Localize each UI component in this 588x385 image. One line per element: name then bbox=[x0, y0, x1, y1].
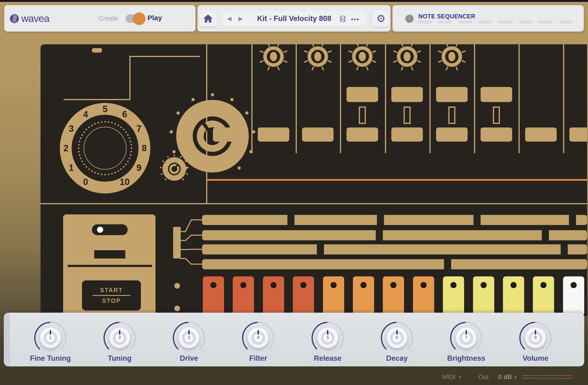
pad-dot bbox=[420, 282, 427, 288]
macro-knob-label: Brightness bbox=[443, 354, 490, 363]
dial-number: 4 bbox=[79, 109, 93, 119]
instrument-label-row bbox=[202, 215, 587, 225]
row-gap bbox=[287, 214, 294, 225]
level-knob-1[interactable] bbox=[258, 44, 289, 72]
level-knob-5[interactable] bbox=[437, 44, 467, 72]
level-knob-3[interactable] bbox=[347, 44, 378, 72]
step-group bbox=[519, 21, 532, 23]
step-led bbox=[560, 21, 562, 23]
pad-9[interactable] bbox=[443, 276, 464, 316]
strip-switch[interactable] bbox=[359, 107, 366, 124]
macro-knob-label: Drive bbox=[165, 354, 212, 363]
macro-knob-1[interactable]: 1Fine Tuning bbox=[27, 313, 74, 366]
dial-number: 8 bbox=[137, 144, 151, 153]
panel-handle[interactable] bbox=[4, 313, 10, 366]
pad-5[interactable] bbox=[323, 276, 344, 316]
pad-10[interactable] bbox=[473, 276, 494, 316]
macro-knob-label: Release bbox=[304, 354, 351, 363]
pad-dot bbox=[540, 282, 546, 288]
output-level-value[interactable]: 0 dB bbox=[498, 373, 512, 381]
power-switch[interactable] bbox=[92, 224, 128, 235]
tempo-dial-ticks bbox=[60, 103, 150, 193]
level-knob-2[interactable] bbox=[302, 44, 333, 72]
panel-mark bbox=[92, 48, 102, 53]
macro-knob-label: Tuning bbox=[96, 354, 143, 363]
macro-knob-8[interactable]: 8Volume bbox=[512, 313, 559, 366]
step-led bbox=[546, 21, 549, 23]
pad-4[interactable] bbox=[293, 276, 314, 316]
step-led bbox=[503, 21, 505, 23]
strip-select-button[interactable] bbox=[347, 87, 378, 102]
save-icon[interactable] bbox=[340, 15, 346, 22]
macro-knob-7[interactable]: 7Brightness bbox=[443, 313, 490, 366]
strip-pad-button[interactable] bbox=[481, 128, 512, 142]
header-left-segment: wavea Create Play bbox=[4, 5, 195, 32]
pad-13[interactable] bbox=[563, 276, 584, 316]
step-led bbox=[479, 21, 482, 23]
mode-play-label[interactable]: Play bbox=[147, 14, 162, 22]
strip-pad-button[interactable] bbox=[525, 128, 557, 142]
level-knob-4[interactable] bbox=[392, 44, 422, 72]
midi-activity-dot: • bbox=[459, 373, 461, 381]
row-gap bbox=[474, 214, 481, 225]
strip-pad-button[interactable] bbox=[213, 128, 245, 142]
panel-dot bbox=[174, 283, 180, 289]
macro-knob-5[interactable]: 5Release bbox=[304, 313, 351, 366]
strip-divider bbox=[385, 44, 386, 153]
pad-dot bbox=[450, 282, 457, 288]
strip-pad-button[interactable] bbox=[302, 128, 334, 142]
mode-toggle-knob[interactable] bbox=[133, 13, 145, 25]
pad-12[interactable] bbox=[533, 276, 554, 316]
macro-knob-label: Volume bbox=[512, 354, 559, 363]
pad-dot bbox=[210, 282, 216, 288]
level-stepper-icon[interactable]: ▲▼ bbox=[514, 375, 517, 379]
pad-7[interactable] bbox=[383, 276, 404, 316]
preset-selector[interactable]: ◀ ▶ Kit - Full Velocity 808 ••• bbox=[222, 11, 367, 27]
strip-pad-button[interactable] bbox=[436, 128, 468, 142]
macro-knob-6[interactable]: 6Decay bbox=[373, 313, 420, 366]
strip-switch[interactable] bbox=[403, 107, 411, 124]
macro-knob-4[interactable]: 4Filter bbox=[235, 313, 282, 366]
strip-select-button[interactable] bbox=[481, 87, 512, 102]
row-gap bbox=[317, 244, 324, 255]
step-group bbox=[418, 21, 431, 23]
step-group bbox=[560, 21, 572, 23]
strip-pad-button[interactable] bbox=[391, 128, 423, 142]
wavea-logo-icon bbox=[10, 14, 19, 23]
output-level-meter bbox=[522, 374, 574, 380]
pad-8[interactable] bbox=[413, 276, 434, 316]
strip-pad-button[interactable] bbox=[347, 128, 378, 142]
step-led bbox=[422, 21, 424, 23]
strip-select-button[interactable] bbox=[436, 87, 468, 102]
pad-dot bbox=[510, 282, 517, 288]
settings-button[interactable]: ⚙ bbox=[372, 11, 390, 27]
macro-knob-3[interactable]: 3Drive bbox=[165, 313, 212, 366]
row-gap bbox=[444, 259, 451, 270]
panel-etch-line bbox=[130, 56, 200, 57]
strip-select-button[interactable] bbox=[391, 87, 423, 102]
note-sequencer-knob[interactable] bbox=[405, 15, 413, 23]
step-group bbox=[539, 21, 552, 23]
step-group bbox=[459, 21, 472, 23]
strip-pad-button[interactable] bbox=[569, 128, 587, 142]
pad-3[interactable] bbox=[263, 276, 284, 316]
strip-switch[interactable] bbox=[448, 107, 455, 124]
strip-divider bbox=[474, 44, 475, 153]
strip-switch[interactable] bbox=[493, 107, 500, 124]
small-knob-lower[interactable] bbox=[160, 155, 189, 183]
home-button[interactable] bbox=[199, 11, 217, 27]
pad-1[interactable] bbox=[203, 276, 224, 316]
pad-6[interactable] bbox=[353, 276, 374, 316]
step-led bbox=[465, 21, 468, 23]
pad-dot bbox=[390, 282, 397, 288]
preset-more-icon[interactable]: ••• bbox=[351, 16, 359, 23]
dial-number: 0 bbox=[79, 177, 93, 187]
macro-knob-2[interactable]: 2Tuning bbox=[96, 313, 143, 366]
start-stop-button[interactable]: START STOP bbox=[82, 280, 141, 311]
step-led bbox=[539, 21, 542, 23]
panel-etch-line bbox=[63, 99, 130, 100]
strip-pad-button[interactable] bbox=[258, 128, 289, 142]
pad-11[interactable] bbox=[503, 276, 524, 316]
mode-create-label[interactable]: Create bbox=[99, 15, 118, 22]
pad-2[interactable] bbox=[233, 276, 254, 316]
